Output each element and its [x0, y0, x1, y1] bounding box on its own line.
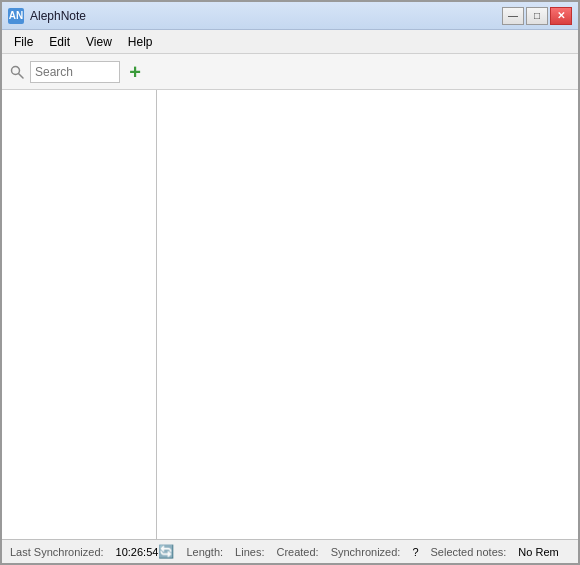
status-bar: Last Synchronized: 10:26:54 🔄 Length: Li…	[2, 539, 578, 563]
selected-notes-value: No Rem	[518, 546, 558, 558]
last-sync-value: 10:26:54	[116, 546, 159, 558]
synchronized-value: ?	[412, 546, 418, 558]
search-input[interactable]	[30, 61, 120, 83]
main-area	[2, 90, 578, 539]
notes-panel[interactable]	[2, 90, 157, 539]
title-bar-left: AN AlephNote	[8, 8, 86, 24]
app-window: AN AlephNote — □ ✕ File Edit View Help +	[0, 0, 580, 565]
synchronized-label: Synchronized:	[331, 546, 401, 558]
editor-panel[interactable]	[157, 90, 578, 539]
last-sync-label: Last Synchronized:	[10, 546, 104, 558]
menu-bar: File Edit View Help	[2, 30, 578, 54]
close-button[interactable]: ✕	[550, 7, 572, 25]
length-label: Length:	[186, 546, 223, 558]
menu-view[interactable]: View	[78, 33, 120, 51]
svg-line-1	[19, 73, 24, 78]
menu-file[interactable]: File	[6, 33, 41, 51]
lines-label: Lines:	[235, 546, 264, 558]
menu-help[interactable]: Help	[120, 33, 161, 51]
created-label: Created:	[276, 546, 318, 558]
minimize-button[interactable]: —	[502, 7, 524, 25]
sync-icon: 🔄	[158, 544, 174, 560]
add-note-button[interactable]: +	[124, 61, 146, 83]
selected-notes-label: Selected notes:	[431, 546, 507, 558]
maximize-button[interactable]: □	[526, 7, 548, 25]
app-icon: AN	[8, 8, 24, 24]
toolbar: +	[2, 54, 578, 90]
menu-edit[interactable]: Edit	[41, 33, 78, 51]
title-bar: AN AlephNote — □ ✕	[2, 2, 578, 30]
window-controls: — □ ✕	[502, 7, 572, 25]
window-title: AlephNote	[30, 9, 86, 23]
search-icon	[8, 63, 26, 81]
